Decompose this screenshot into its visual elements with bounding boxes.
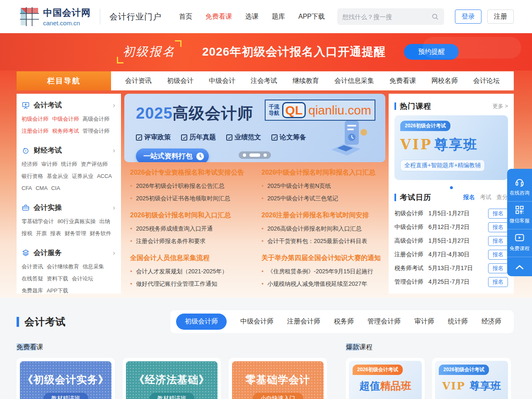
chevron-right-icon[interactable]: › bbox=[113, 204, 117, 212]
calendar-tab-register[interactable]: 报名 bbox=[463, 194, 475, 201]
news-item[interactable]: 小规模纳税人减免增值税延续至2027年 bbox=[261, 277, 382, 290]
tab-statistician[interactable]: 统计师 bbox=[448, 317, 468, 326]
register-action-button[interactable]: 报名 bbox=[488, 263, 508, 273]
calendar-tab-exam[interactable]: 考试 bbox=[480, 194, 491, 201]
sidebar-link[interactable]: 统计师 bbox=[61, 158, 77, 170]
tab-management-accountant[interactable]: 管理会计师 bbox=[368, 317, 401, 326]
tab-junior-accountant[interactable]: 初级会计师 bbox=[176, 314, 227, 330]
news-heading[interactable]: 2026会计专业资格报名和考试安排公告 bbox=[130, 165, 251, 180]
register-action-button[interactable]: 报名 bbox=[488, 209, 508, 219]
sidebar-section-accounting-exams[interactable]: 会计考试 › bbox=[22, 100, 117, 110]
sidebar-link[interactable]: 银行资格 bbox=[22, 170, 43, 182]
sidebar-link[interactable]: 资产评估师 bbox=[81, 158, 108, 170]
news-item[interactable]: 2025税务师成绩查询入口开通 bbox=[130, 222, 251, 235]
sidebar-link[interactable]: 中级会计师 bbox=[52, 113, 79, 125]
sidebar-link[interactable]: 免费题库 bbox=[22, 285, 43, 294]
sidebar-link[interactable]: 高级会计师 bbox=[82, 113, 109, 125]
sidebar-link[interactable]: 基金从业 bbox=[47, 170, 68, 182]
nav-app-download[interactable]: APP下载 bbox=[298, 12, 325, 21]
news-heading[interactable]: 全国会计人员信息采集流程 bbox=[130, 251, 251, 265]
sidebar-link[interactable]: CMA bbox=[36, 182, 48, 194]
tab-cpa[interactable]: 注册会计师 bbox=[287, 317, 320, 326]
login-button[interactable]: 登录 bbox=[455, 10, 481, 24]
channel-tab[interactable]: 会计资讯 bbox=[125, 77, 152, 85]
exam-name[interactable]: 中级会计师 bbox=[394, 224, 428, 231]
carousel-dot[interactable] bbox=[394, 183, 508, 191]
sidebar-link[interactable]: 会计论坛 bbox=[72, 272, 93, 285]
course-card-premium-class[interactable]: 2026初级会计考试 超值精品班 名师授课+高清视频+智能题库 bbox=[346, 358, 425, 399]
news-item[interactable]: 会计干货资料包：2025最新会计科目表 bbox=[261, 235, 382, 247]
channel-tab[interactable]: 会计信息采集 bbox=[334, 77, 374, 85]
free-course-button[interactable]: 免费课程 bbox=[507, 229, 532, 257]
news-item[interactable]: 2026年初级会计职称报名公告汇总 bbox=[130, 180, 251, 192]
material-pack-button[interactable]: 一站式资料打包 bbox=[136, 148, 209, 162]
sidebar-link[interactable]: 报税 bbox=[22, 227, 32, 239]
nav-free-courses[interactable]: 免费看课 bbox=[206, 12, 232, 21]
search-input[interactable] bbox=[342, 13, 431, 20]
tab-auditor[interactable]: 审计师 bbox=[414, 317, 434, 326]
sidebar-link[interactable]: 80行业真账实操 bbox=[58, 215, 96, 227]
news-heading[interactable]: 2026初级会计报名时间和入口汇总 bbox=[130, 208, 251, 222]
sidebar-link[interactable]: 财务软件 bbox=[90, 227, 111, 239]
course-card-zero-basis[interactable]: 零基础学会计 小白快速入门 bbox=[229, 358, 327, 399]
course-card-vip-class[interactable]: 2026初级会计考试 VIP 尊享班 全程直播+智能题库+精编教辅 bbox=[432, 358, 511, 399]
sidebar-link[interactable]: 注册会计师 bbox=[22, 125, 48, 137]
back-to-top-button[interactable] bbox=[507, 257, 532, 273]
sidebar-link[interactable]: CIA bbox=[51, 182, 60, 194]
channel-tab[interactable]: 免费看课 bbox=[389, 77, 416, 85]
register-action-button[interactable]: 报名 bbox=[488, 236, 508, 246]
site-logo[interactable]: 中国会计网 canet.com.cn bbox=[20, 7, 91, 27]
sidebar-link[interactable]: 会计继续教育 bbox=[47, 260, 79, 272]
wechat-service-button[interactable]: 微信客服 bbox=[507, 201, 532, 229]
sidebar-link[interactable]: 会计资讯 bbox=[22, 260, 43, 272]
channel-tab[interactable]: 网校名师 bbox=[431, 77, 458, 85]
sidebar-link[interactable]: 财务管理 bbox=[65, 227, 86, 239]
tab-economist[interactable]: 经济师 bbox=[481, 317, 501, 326]
sidebar-link[interactable]: 税务师考试 bbox=[52, 125, 79, 137]
sidebar-link[interactable]: 出纳 bbox=[99, 215, 110, 227]
register-action-button[interactable]: 报名 bbox=[488, 250, 508, 260]
register-button[interactable]: 注册 bbox=[487, 10, 514, 24]
news-item[interactable]: 《住房租赁条例》-2025年9月15日起施行 bbox=[261, 265, 382, 277]
news-item[interactable]: 会计人才发展规划（2021-2025年） bbox=[130, 265, 251, 277]
channel-tab[interactable]: 会计论坛 bbox=[473, 77, 500, 85]
sidebar-link[interactable]: 零基础学会计 bbox=[22, 215, 54, 227]
sidebar-link[interactable]: 在线答疑 bbox=[22, 272, 43, 285]
exam-name[interactable]: 管理会计师 bbox=[394, 278, 428, 286]
channel-tab[interactable]: 初级会计 bbox=[167, 77, 193, 85]
search-icon[interactable] bbox=[431, 12, 439, 21]
nav-home[interactable]: 首页 bbox=[179, 12, 192, 21]
news-heading[interactable]: 2026中级会计报名时间和报名入口汇总 bbox=[261, 165, 382, 180]
sidebar-section-finance-exams[interactable]: 财经考试 › bbox=[22, 146, 117, 155]
channel-tab[interactable]: 注会考试 bbox=[251, 77, 277, 85]
sidebar-link[interactable]: 信息采集 bbox=[82, 260, 104, 272]
sidebar-link[interactable]: APP下载 bbox=[47, 285, 68, 294]
course-card-economic-law[interactable]: 《经济法基础》 教材精讲班 bbox=[123, 358, 221, 399]
chevron-right-icon[interactable]: › bbox=[113, 146, 117, 155]
news-item[interactable]: 2025中级会计考试三色笔记 bbox=[261, 192, 382, 204]
news-item[interactable]: 2026高级会计师报名时间和入口汇总 bbox=[261, 222, 382, 235]
vip-course-card[interactable]: 2026初级会计考试 VIP 尊享班 全程直播+智能题库+精编教辅 bbox=[394, 115, 508, 180]
sidebar-section-practical-accounting[interactable]: 会计实操 › bbox=[22, 203, 117, 212]
sidebar-link[interactable]: 审计师 bbox=[41, 158, 58, 170]
chevron-right-icon[interactable]: › bbox=[113, 249, 117, 257]
online-consult-button[interactable]: 在线咨询 bbox=[507, 174, 532, 201]
register-action-button[interactable]: 报名 bbox=[488, 222, 508, 232]
more-link[interactable]: 更多 > bbox=[493, 102, 508, 110]
sidebar-link[interactable]: 证券从业 bbox=[72, 170, 93, 182]
sidebar-link[interactable]: CFA bbox=[22, 182, 32, 194]
calendar-tab-score[interactable]: 查分 bbox=[496, 194, 508, 201]
news-item[interactable]: 做好代理记账行业管理工作通知 bbox=[130, 277, 251, 290]
exam-name[interactable]: 高级会计师 bbox=[394, 237, 428, 245]
channel-tab[interactable]: 继续教育 bbox=[293, 77, 319, 85]
news-item[interactable]: 注册会计师报名条件和要求 bbox=[130, 235, 251, 247]
exam-name[interactable]: 初级会计师 bbox=[394, 210, 428, 217]
news-item[interactable]: 2025初级会计证书各地领取时间汇总 bbox=[130, 192, 251, 204]
tab-tax-agent[interactable]: 税务师 bbox=[334, 317, 354, 326]
exam-name[interactable]: 税务师考试 bbox=[394, 265, 428, 272]
register-action-button[interactable]: 报名 bbox=[488, 277, 508, 287]
sidebar-link[interactable]: 管理会计师 bbox=[82, 125, 109, 137]
search-box[interactable] bbox=[337, 8, 444, 25]
sidebar-link[interactable]: 开票 bbox=[36, 227, 47, 239]
sidebar-section-accounting-services[interactable]: 会计服务 › bbox=[22, 248, 117, 258]
